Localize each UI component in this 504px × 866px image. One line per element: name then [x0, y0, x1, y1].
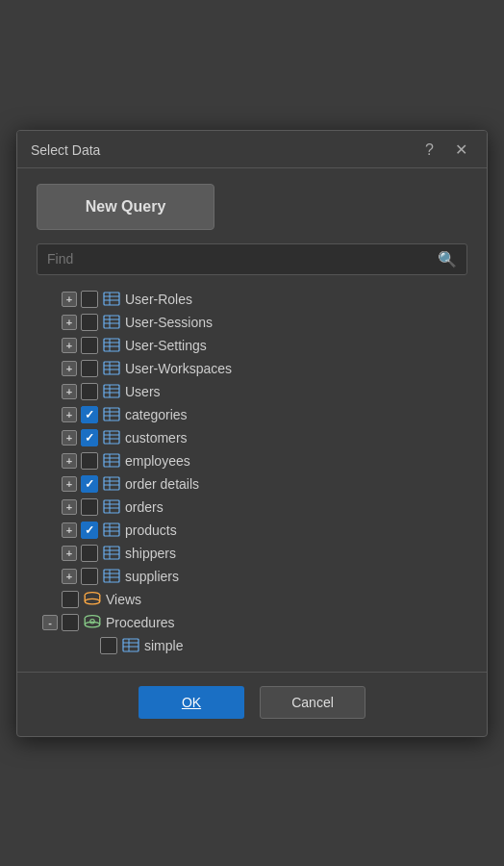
- expand-btn-shippers[interactable]: +: [62, 546, 77, 561]
- procedures-icon-procedures: [83, 615, 102, 630]
- svg-rect-63: [123, 639, 139, 651]
- expand-btn-orders[interactable]: +: [62, 499, 77, 515]
- tree-item-order-details[interactable]: + order details: [60, 473, 467, 495]
- expand-btn-products[interactable]: +: [62, 522, 77, 538]
- item-label-suppliers: suppliers: [125, 569, 179, 584]
- checkbox-orders[interactable]: [81, 498, 98, 516]
- checkbox-products[interactable]: [81, 522, 98, 539]
- table-icon-order-details: [102, 476, 121, 492]
- dialog-footer: OK Cancel: [17, 672, 487, 736]
- tree-item-user-roles[interactable]: + User-Roles: [60, 289, 467, 310]
- item-label-customers: customers: [125, 430, 188, 446]
- table-icon-suppliers: [102, 569, 121, 584]
- svg-rect-20: [104, 408, 119, 420]
- expand-btn-suppliers[interactable]: +: [62, 569, 77, 584]
- checkbox-user-settings[interactable]: [81, 337, 98, 354]
- dialog-body: New Query 🔍 + User-Roles+ User-Sessions+…: [17, 168, 487, 668]
- checkbox-order-details[interactable]: [81, 475, 98, 493]
- svg-rect-24: [104, 431, 119, 444]
- checkbox-employees[interactable]: [81, 452, 98, 470]
- checkbox-customers[interactable]: [81, 429, 98, 446]
- tree-item-categories[interactable]: + categories: [60, 404, 467, 425]
- item-label-user-roles: User-Roles: [125, 292, 192, 307]
- views-icon-views: [83, 592, 102, 607]
- close-button[interactable]: ✕: [449, 140, 473, 160]
- table-icon-users: [102, 384, 121, 399]
- item-label-views: Views: [106, 592, 141, 607]
- expand-btn-customers[interactable]: +: [62, 430, 77, 446]
- item-label-shippers: shippers: [125, 546, 176, 561]
- tree-item-products[interactable]: + products: [60, 520, 467, 541]
- checkbox-suppliers[interactable]: [81, 568, 98, 585]
- ok-button[interactable]: OK: [139, 686, 244, 719]
- cancel-button[interactable]: Cancel: [260, 686, 365, 719]
- svg-rect-8: [104, 339, 119, 351]
- svg-rect-48: [104, 570, 119, 582]
- svg-rect-36: [104, 500, 119, 513]
- svg-rect-44: [104, 547, 119, 559]
- table-icon-categories: [102, 407, 121, 422]
- item-label-user-settings: User-Settings: [125, 338, 207, 353]
- checkbox-users[interactable]: [81, 383, 98, 400]
- table-icon-user-roles: [102, 292, 121, 307]
- tree-item-suppliers[interactable]: + suppliers: [60, 566, 467, 587]
- checkbox-shippers[interactable]: [81, 545, 98, 562]
- checkbox-user-sessions[interactable]: [81, 314, 98, 331]
- table-icon-simple: [121, 638, 140, 653]
- new-query-button[interactable]: New Query: [37, 184, 214, 230]
- help-button[interactable]: ?: [419, 140, 440, 160]
- svg-rect-16: [104, 385, 119, 397]
- search-input[interactable]: [47, 251, 438, 267]
- tree-item-customers[interactable]: + customers: [60, 427, 467, 448]
- title-bar-left: Select Data: [31, 142, 100, 158]
- table-icon-products: [102, 522, 121, 538]
- expand-btn-categories[interactable]: +: [62, 407, 77, 422]
- expand-btn-employees[interactable]: +: [62, 453, 77, 469]
- expand-btn-users[interactable]: +: [62, 384, 77, 399]
- expand-placeholder-simple: [81, 638, 96, 653]
- checkbox-categories[interactable]: [81, 406, 98, 423]
- checkbox-user-roles[interactable]: [81, 291, 98, 308]
- expand-btn-order-details[interactable]: +: [62, 476, 77, 492]
- tree-container: + User-Roles+ User-Sessions+ User-Settin…: [37, 289, 467, 656]
- checkbox-procedures[interactable]: [62, 614, 79, 631]
- search-bar: 🔍: [37, 243, 467, 275]
- tree-item-simple[interactable]: simple: [79, 635, 467, 656]
- table-icon-customers: [102, 430, 121, 446]
- search-icon: 🔍: [438, 250, 457, 268]
- expand-btn-user-settings[interactable]: +: [62, 338, 77, 353]
- expand-btn-user-workspaces[interactable]: +: [62, 361, 77, 376]
- item-label-employees: employees: [125, 453, 190, 469]
- tree-item-user-settings[interactable]: + User-Settings: [60, 335, 467, 356]
- svg-rect-12: [104, 362, 119, 374]
- expand-btn-user-roles[interactable]: +: [62, 292, 77, 307]
- item-label-user-sessions: User-Sessions: [125, 315, 213, 330]
- checkbox-views[interactable]: [62, 591, 79, 608]
- tree-item-employees[interactable]: + employees: [60, 450, 467, 471]
- item-label-order-details: order details: [125, 476, 199, 492]
- tree-item-procedures[interactable]: - Procedures: [40, 612, 467, 633]
- item-label-procedures: Procedures: [106, 615, 175, 630]
- tree-item-orders[interactable]: + orders: [60, 497, 467, 518]
- tree-item-views[interactable]: Views: [40, 589, 467, 610]
- tree-item-shippers[interactable]: + shippers: [60, 543, 467, 564]
- svg-rect-40: [104, 523, 119, 536]
- dialog-title: Select Data: [31, 142, 100, 158]
- item-label-user-workspaces: User-Workspaces: [125, 361, 232, 376]
- tree-item-users[interactable]: + Users: [60, 381, 467, 402]
- table-icon-user-workspaces: [102, 361, 121, 376]
- title-bar: Select Data ? ✕: [17, 131, 487, 168]
- expand-btn-procedures[interactable]: -: [42, 615, 58, 630]
- tree-item-user-sessions[interactable]: + User-Sessions: [60, 312, 467, 333]
- checkbox-simple[interactable]: [100, 637, 117, 654]
- tree-item-user-workspaces[interactable]: + User-Workspaces: [60, 358, 467, 379]
- item-label-categories: categories: [125, 407, 188, 422]
- checkbox-user-workspaces[interactable]: [81, 360, 98, 377]
- item-label-orders: orders: [125, 499, 164, 515]
- svg-rect-32: [104, 477, 119, 490]
- expand-btn-user-sessions[interactable]: +: [62, 315, 77, 330]
- expand-placeholder-views: [42, 592, 58, 607]
- title-bar-right: ? ✕: [419, 140, 473, 160]
- svg-rect-4: [104, 316, 119, 328]
- table-icon-shippers: [102, 546, 121, 561]
